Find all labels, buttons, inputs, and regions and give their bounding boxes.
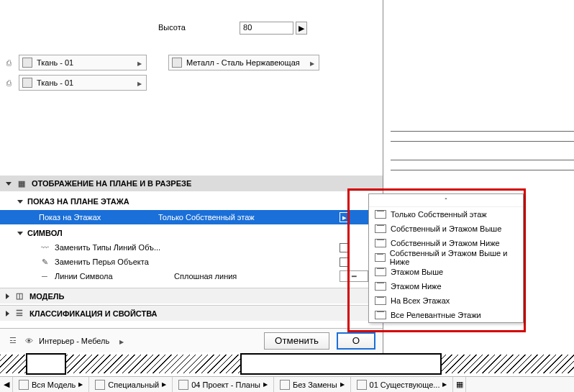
subsection-title: СИМВОЛ (27, 229, 63, 237)
hatch-gap (240, 353, 442, 375)
story-icon (375, 239, 386, 247)
popup-item-label: Собственный и Этажом Выше и Ниже (390, 249, 517, 266)
display-icon: ▦ (16, 178, 27, 189)
tab-existing[interactable]: 01 Существующе... ▶ (351, 377, 454, 392)
disclosure-triangle-icon (17, 200, 23, 204)
cancel-button[interactable]: Отменить (264, 332, 329, 350)
subsection-symbol[interactable]: СИМВОЛ (0, 226, 383, 240)
fabric-row-2: ⎙ Ткань - 01 (3, 75, 147, 91)
height-stepper[interactable]: ▶ (296, 22, 307, 35)
popup-item-all[interactable]: На Всех Этажах (369, 293, 523, 308)
layer-name: Интерьер - Мебель (39, 337, 109, 345)
section-model[interactable]: ◫ МОДЕЛЬ (0, 288, 383, 304)
tab-icon (357, 380, 367, 390)
floor-display-popup-highlight: ˆ Только Собственный этаж Собственный и … (347, 188, 526, 332)
section-classification[interactable]: ☰ КЛАССИФИКАЦИЯ И СВОЙСТВА (0, 305, 383, 321)
height-input[interactable]: 80 (240, 22, 293, 35)
popup-item-own-above-below[interactable]: Собственный и Этажом Выше и Ниже (369, 250, 523, 265)
story-icon (375, 296, 386, 305)
disclosure-triangle-icon (6, 182, 12, 186)
row-replace-pens[interactable]: ✎ Заменить Перья Объекта (0, 255, 383, 269)
row-replace-line-types[interactable]: 〰 Заменить Типы Линий Объ... (0, 240, 383, 255)
row-label: Показ на Этажах (39, 213, 154, 222)
story-icon (375, 282, 386, 291)
chevron-right-icon: ▶ (442, 381, 447, 388)
section-title: МОДЕЛЬ (29, 292, 64, 301)
swatch-label: Ткань - 01 (37, 78, 73, 87)
line-icon: ─ (39, 270, 50, 282)
layers-icon: ☲ (7, 335, 19, 347)
chevron-right-icon: ▶ (263, 381, 268, 388)
swatch-preview (172, 58, 182, 68)
fabric-row-1: ⎙ Ткань - 01 (3, 55, 147, 70)
swatch-label: Ткань - 01 (37, 58, 73, 67)
popup-item-own-below[interactable]: Собственный и Этажом Ниже (369, 236, 523, 250)
chevron-right-icon: ▶ (340, 381, 345, 388)
dialog-footer: ☲ 👁 Интерьер - Мебель Отменить О (0, 328, 383, 352)
disclosure-triangle-icon (6, 293, 9, 299)
tab-icon (19, 380, 29, 390)
chevron-right-icon (136, 58, 143, 67)
row-show-on-floors[interactable]: Показ на Этажах Только Собственный этаж … (0, 210, 383, 224)
row-label: Линии Символа (55, 272, 170, 281)
fabric-swatch-2[interactable]: Ткань - 01 (19, 75, 147, 91)
popup-item-label: Собственный и Этажом Ниже (391, 239, 500, 247)
ok-button[interactable]: О (337, 332, 375, 350)
subsection-floorplan[interactable]: ПОКАЗ НА ПЛАНЕ ЭТАЖА (0, 194, 383, 209)
row-label: Заменить Перья Объекта (55, 257, 170, 266)
popup-item-relevant[interactable]: Все Релевантные Этажи (369, 308, 523, 322)
section-title: ОТОБРАЖЕНИЕ НА ПЛАНЕ И В РАЗРЕЗЕ (32, 179, 191, 188)
tab-special[interactable]: Специальный ▶ (89, 377, 173, 392)
fabric-swatch-1[interactable]: Ткань - 01 (19, 55, 147, 70)
disclosure-triangle-icon (17, 232, 23, 235)
tabs-scroll-left[interactable]: ◀ (0, 377, 13, 392)
popup-item-label: Этажом Выше (391, 268, 443, 276)
hatch-gap (26, 353, 66, 375)
chevron-right-icon (118, 337, 125, 345)
tab-icon (95, 380, 105, 390)
eye-icon: 👁 (23, 335, 35, 347)
settings-panel: Высота 80 ▶ ⎙ Ткань - 01 ⎙ Ткань - 01 Ме… (0, 0, 383, 392)
tab-label: Специальный (108, 380, 159, 389)
popup-scroll-up[interactable]: ˆ (369, 194, 523, 207)
popup-item-own-above[interactable]: Собственный и Этажом Выше (369, 222, 523, 236)
tab-no-replace[interactable]: Без Замены ▶ (274, 377, 351, 392)
popup-item-label: Только Собственный этаж (391, 210, 487, 219)
model-icon: ◫ (14, 291, 25, 302)
pen-icon: ✎ (39, 256, 50, 268)
floor-display-popup: ˆ Только Собственный этаж Собственный и … (368, 193, 524, 323)
popup-item-label: Все Релевантные Этажи (391, 311, 481, 319)
story-icon (375, 311, 386, 319)
story-icon (375, 253, 386, 262)
tab-all-model[interactable]: Вся Модель ▶ (13, 377, 89, 392)
height-label: Высота (158, 23, 237, 32)
swatch-label: Металл - Сталь Нержавеющая (186, 58, 300, 67)
popup-item-label: Собственный и Этажом Выше (391, 224, 501, 233)
metal-swatch[interactable]: Металл - Сталь Нержавеющая (168, 55, 319, 70)
height-row: Высота 80 ▶ (158, 22, 307, 35)
popup-item-above[interactable]: Этажом Выше (369, 265, 523, 279)
story-icon (375, 210, 386, 219)
bottom-toolbar: ◀ Вся Модель ▶ Специальный ▶ 04 Проект -… (0, 365, 574, 392)
layer-selector[interactable]: ☲ 👁 Интерьер - Мебель (7, 335, 257, 347)
row-value: Сплошная линия (174, 272, 335, 281)
chevron-up-icon: ˆ (445, 197, 447, 204)
metal-row: Металл - Сталь Нержавеющая (168, 55, 319, 70)
section-display[interactable]: ▦ ОТОБРАЖЕНИЕ НА ПЛАНЕ И В РАЗРЕЗЕ (0, 176, 383, 191)
line-type-icon: 〰 (39, 242, 50, 253)
popup-item-own-only[interactable]: Только Собственный этаж (369, 207, 523, 222)
row-label: Заменить Типы Линий Объ... (55, 243, 170, 252)
popup-item-below[interactable]: Этажом Ниже (369, 279, 523, 293)
swatch-preview (22, 58, 32, 68)
chevron-right-icon: ▶ (78, 381, 83, 388)
tab-icon (280, 380, 290, 390)
row-symbol-lines[interactable]: ─ Линии Символа Сплошная линия ━ (0, 269, 383, 283)
tag-icon: ☰ (14, 308, 25, 319)
story-icon (375, 268, 386, 276)
tabs-scroll-right[interactable]: ▦ (453, 377, 466, 392)
tab-label: 04 Проект - Планы (191, 380, 260, 389)
chevron-right-icon: ▶ (162, 381, 166, 388)
tab-plans[interactable]: 04 Проект - Планы ▶ (173, 377, 274, 392)
disclosure-triangle-icon (6, 311, 9, 316)
section-title: КЛАССИФИКАЦИЯ И СВОЙСТВА (29, 309, 158, 318)
